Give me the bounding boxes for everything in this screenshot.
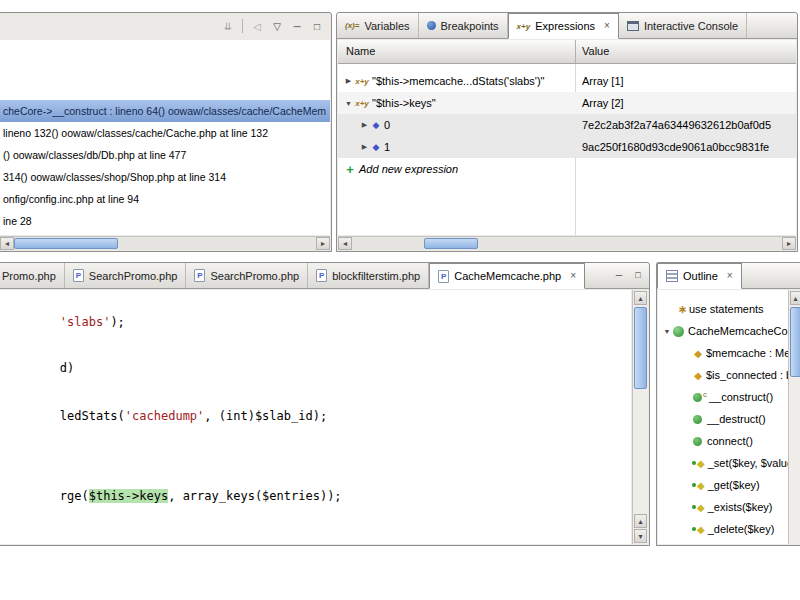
close-icon[interactable]: ×	[570, 271, 576, 281]
scroll-left-icon[interactable]: ◂	[0, 237, 14, 250]
tab-outline[interactable]: Outline ×	[657, 263, 742, 289]
outline-item-method-protected[interactable]: ◆ _get($key)	[658, 474, 800, 496]
scroll-down-icon[interactable]: ▾	[634, 529, 647, 543]
outline-item-class[interactable]: ▼ CacheMemcacheCore	[658, 320, 800, 342]
debug-horizontal-scrollbar[interactable]: ◂ ▸	[0, 236, 330, 250]
column-header-name[interactable]: Name	[346, 45, 375, 57]
tab-expressions-label: Expressions	[535, 20, 595, 32]
expressions-table-header[interactable]: Name Value	[338, 40, 796, 64]
protected-method-icon: ◆	[697, 502, 705, 513]
scroll-left-icon[interactable]: ◂	[338, 237, 352, 250]
scroll-up-icon[interactable]: ▴	[790, 291, 800, 305]
add-new-expression-row[interactable]: + Add new expression	[338, 158, 796, 180]
add-icon: +	[343, 162, 357, 177]
modifier-dot-icon	[692, 505, 696, 509]
outline-item-field[interactable]: ◆ $memcache : Mem	[658, 342, 800, 364]
element-value: 7e2c2ab3f2a74a63449632612b0af0d5	[582, 119, 771, 131]
editor-window-buttons: ─ □	[611, 267, 646, 283]
scroll-thumb[interactable]	[424, 238, 478, 249]
collapse-icon[interactable]: ▼	[343, 100, 354, 107]
expressions-horizontal-scrollbar[interactable]: ◂ ▸	[338, 236, 796, 250]
editor-tab-blockfilterstim[interactable]: P blockfilterstim.php	[308, 263, 429, 288]
collapse-all-icon[interactable]: ⇊	[220, 18, 236, 34]
scroll-track[interactable]	[14, 237, 316, 250]
tab-expressions[interactable]: x+y Expressions ×	[508, 13, 619, 39]
expression-row[interactable]: ▼ x+y "$this->keys" Array [2]	[338, 92, 796, 114]
outline-item-method[interactable]: __destruct()	[658, 408, 800, 430]
tab-outline-label: Outline	[683, 270, 718, 282]
outline-tabbar: Outline ×	[657, 263, 800, 289]
editor-tab-searchpromo-1[interactable]: P SearchPromo.php	[65, 263, 187, 288]
code-line: ledStats('cachedump', (int)$slab_id);	[2, 395, 327, 409]
tab-variables[interactable]: (x)= Variables	[337, 13, 419, 38]
maximize-icon[interactable]: □	[309, 18, 325, 34]
stack-frame[interactable]: ine 28	[0, 210, 330, 232]
breakpoints-icon	[427, 21, 436, 30]
outline-item-method[interactable]: c __construct()	[658, 386, 800, 408]
code-editor[interactable]: 'slabs'); d) ledStats('cachedump', (int)…	[0, 290, 631, 544]
scroll-right-icon[interactable]: ▸	[782, 237, 796, 250]
collapse-icon[interactable]: ▼	[661, 328, 673, 335]
outline-item-use-statements[interactable]: ∗ use statements	[658, 298, 800, 320]
view-menu-icon[interactable]: ▽	[269, 18, 285, 34]
expressions-panel: (x)= Variables Breakpoints x+y Expressio…	[336, 12, 798, 252]
editor-vertical-scrollbar[interactable]: ▴ ▴ ▾	[632, 290, 648, 544]
outline-vertical-scrollbar[interactable]: ▴	[788, 290, 800, 544]
array-element-icon: ◆	[370, 142, 382, 152]
outline-item-method-protected[interactable]: ◆ _exists($key)	[658, 496, 800, 518]
scroll-up-icon[interactable]: ▴	[634, 291, 647, 305]
expand-icon[interactable]: ▶	[343, 77, 354, 85]
use-statements-icon: ∗	[676, 303, 689, 316]
stack-frame[interactable]: lineno 132() oowaw/classes/cache/Cache.p…	[0, 122, 330, 144]
outline-item-label: connect()	[707, 435, 753, 447]
method-icon	[693, 415, 702, 424]
expression-value: Array [1]	[582, 75, 624, 87]
editor-tab-searchpromo-2[interactable]: P SearchPromo.php	[186, 263, 308, 288]
close-icon[interactable]: ×	[604, 21, 610, 31]
outline-item-label: $is_connected : bo	[706, 369, 798, 381]
stack-frame[interactable]: onfig/config.inc.php at line 94	[0, 188, 330, 210]
element-name: 1	[384, 141, 390, 153]
tab-breakpoints[interactable]: Breakpoints	[419, 13, 508, 38]
scroll-track[interactable]	[352, 237, 782, 250]
stack-frame[interactable]: 314() oowaw/classes/shop/Shop.php at lin…	[0, 166, 330, 188]
column-resize-handle[interactable]	[575, 40, 576, 63]
outline-item-method-protected[interactable]: ◆ _set($key, $value,	[658, 452, 800, 474]
scroll-thumb[interactable]	[14, 238, 118, 249]
column-header-value[interactable]: Value	[582, 45, 609, 57]
editor-tabbar: Promo.php P SearchPromo.php P SearchProm…	[0, 263, 649, 289]
maximize-icon[interactable]: □	[630, 267, 646, 283]
tab-interactive-console[interactable]: Interactive Console	[619, 13, 747, 38]
expression-child-row[interactable]: ▶ ◆ 1 9ac250f1680d93cde9061a0bcc9831fe	[338, 136, 796, 158]
outline-item-label: _set($key, $value,	[708, 457, 796, 469]
php-file-icon: P	[73, 269, 84, 282]
stack-frame[interactable]: () oowaw/classes/db/Db.php at line 477	[0, 144, 330, 166]
method-icon	[693, 393, 702, 402]
stack-frame-selected[interactable]: cheCore->__construct : lineno 64() oowaw…	[0, 100, 330, 122]
variables-icon: (x)=	[345, 21, 359, 30]
array-element-icon: ◆	[370, 120, 382, 130]
outline-item-field[interactable]: ◆ $is_connected : bo	[658, 364, 800, 386]
outline-item-method[interactable]: connect()	[658, 430, 800, 452]
expression-child-row[interactable]: ▶ ◆ 0 7e2c2ab3f2a74a63449632612b0af0d5	[338, 114, 796, 136]
modifier-dot-icon	[692, 483, 696, 487]
close-icon[interactable]: ×	[727, 271, 733, 281]
code-line: rge($this->keys, array_keys($entries));	[2, 475, 342, 489]
outline-item-label: __destruct()	[707, 413, 766, 425]
restore-icon[interactable]: ◁	[249, 18, 265, 34]
scroll-right-icon[interactable]: ▸	[316, 237, 330, 250]
expand-icon[interactable]: ▶	[359, 143, 370, 151]
outline-item-method-protected[interactable]: ◆ _delete($key)	[658, 518, 800, 540]
minimize-icon[interactable]: ─	[611, 267, 627, 283]
minimize-icon[interactable]: ─	[289, 18, 305, 34]
expression-name: "$this->memcache...dStats('slabs')"	[372, 75, 545, 87]
editor-tab-label: SearchPromo.php	[210, 270, 299, 282]
expand-icon[interactable]: ▶	[359, 121, 370, 129]
scroll-thumb[interactable]	[790, 307, 800, 377]
scroll-up-icon[interactable]: ▴	[634, 514, 647, 528]
expression-row[interactable]: ▶ x+y "$this->memcache...dStats('slabs')…	[338, 70, 796, 92]
scroll-thumb[interactable]	[634, 307, 647, 389]
editor-tab-promo[interactable]: Promo.php	[0, 263, 65, 288]
watch-expression-icon: x+y	[354, 77, 370, 86]
editor-tab-cachememcache[interactable]: P CacheMemcache.php ×	[429, 263, 585, 289]
